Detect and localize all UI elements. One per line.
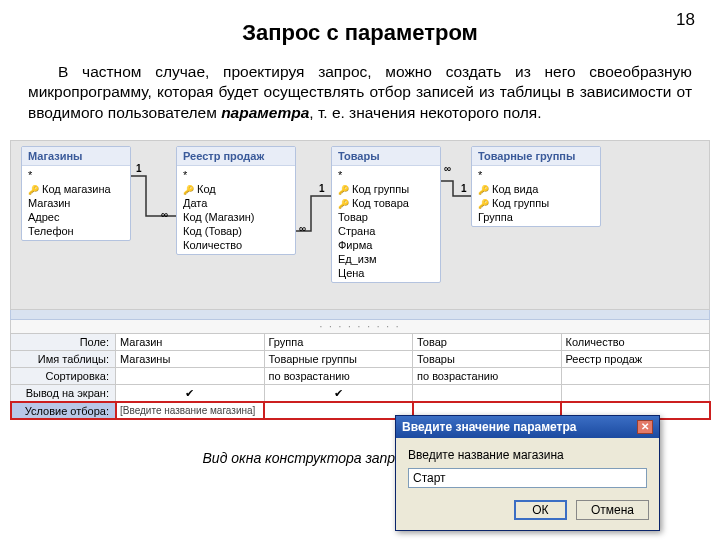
rel-many: ∞: [444, 163, 451, 174]
grid-show-checkbox[interactable]: [413, 384, 562, 402]
grid-label-sort: Сортировка:: [11, 367, 116, 384]
rel-one: 1: [319, 183, 325, 194]
rel-one: 1: [461, 183, 467, 194]
grid-cell[interactable]: Товары: [413, 350, 562, 367]
grid-cell[interactable]: Магазины: [116, 350, 265, 367]
table-title: Товары: [332, 147, 440, 166]
checkmark-icon: [120, 387, 260, 399]
field-key[interactable]: Код вида: [472, 182, 600, 196]
table-sales[interactable]: Реестр продаж * Код Дата Код (Магазин) К…: [176, 146, 296, 255]
grid-cell[interactable]: [561, 367, 710, 384]
grid-criteria-cell[interactable]: [Введите название магазина]: [116, 402, 265, 419]
field[interactable]: Дата: [177, 196, 295, 210]
para-tail: , т. е. значения некоторого поля.: [309, 104, 541, 121]
scrollbar-horizontal[interactable]: [10, 310, 710, 320]
ok-button[interactable]: ОК: [514, 500, 566, 520]
parameter-dialog: Введите значение параметра ✕ Введите наз…: [395, 415, 660, 531]
table-title: Реестр продаж: [177, 147, 295, 166]
field[interactable]: Код (Товар): [177, 224, 295, 238]
field[interactable]: Адрес: [22, 210, 130, 224]
parameter-input[interactable]: [408, 468, 647, 488]
cancel-button[interactable]: Отмена: [576, 500, 649, 520]
query-grid-area: · · · · · · · · · Поле: Магазин Группа Т…: [10, 310, 710, 420]
grid-label-criteria: Условие отбора:: [11, 402, 116, 419]
dialog-title: Введите значение параметра: [402, 420, 577, 434]
grid-cell[interactable]: по возрастанию: [264, 367, 413, 384]
grid-cell[interactable]: по возрастанию: [413, 367, 562, 384]
checkmark-icon: [269, 387, 409, 399]
field-key[interactable]: Код группы: [472, 196, 600, 210]
field[interactable]: Группа: [472, 210, 600, 224]
field[interactable]: Код (Магазин): [177, 210, 295, 224]
field[interactable]: Страна: [332, 224, 440, 238]
grid-cell[interactable]: [116, 367, 265, 384]
close-button[interactable]: ✕: [637, 420, 653, 434]
grid-label-show: Вывод на экран:: [11, 384, 116, 402]
field-star[interactable]: *: [177, 168, 295, 182]
table-title: Товарные группы: [472, 147, 600, 166]
page-number: 18: [676, 10, 695, 30]
field-key[interactable]: Код: [177, 182, 295, 196]
query-design-grid: Поле: Магазин Группа Товар Количество Им…: [10, 333, 710, 420]
splitter-handle[interactable]: · · · · · · · · ·: [10, 320, 710, 333]
table-groups[interactable]: Товарные группы * Код вида Код группы Гр…: [471, 146, 601, 227]
grid-cell[interactable]: Группа: [264, 333, 413, 350]
grid-cell[interactable]: Реестр продаж: [561, 350, 710, 367]
rel-many: ∞: [161, 209, 168, 220]
field[interactable]: Цена: [332, 266, 440, 280]
field[interactable]: Ед_изм: [332, 252, 440, 266]
field-star[interactable]: *: [332, 168, 440, 182]
grid-cell[interactable]: Товарные группы: [264, 350, 413, 367]
field-star[interactable]: *: [22, 168, 130, 182]
table-goods[interactable]: Товары * Код группы Код товара Товар Стр…: [331, 146, 441, 283]
field[interactable]: Фирма: [332, 238, 440, 252]
field[interactable]: Телефон: [22, 224, 130, 238]
dialog-titlebar[interactable]: Введите значение параметра ✕: [396, 416, 659, 438]
field-key[interactable]: Код группы: [332, 182, 440, 196]
dialog-prompt-label: Введите название магазина: [408, 448, 647, 462]
grid-cell[interactable]: Магазин: [116, 333, 265, 350]
query-designer-tables-pane: Магазины * Код магазина Магазин Адрес Те…: [10, 140, 710, 310]
grid-criteria-cell[interactable]: [264, 402, 413, 419]
grid-show-checkbox[interactable]: [264, 384, 413, 402]
field[interactable]: Товар: [332, 210, 440, 224]
field-key[interactable]: Код магазина: [22, 182, 130, 196]
field[interactable]: Количество: [177, 238, 295, 252]
table-shops[interactable]: Магазины * Код магазина Магазин Адрес Те…: [21, 146, 131, 241]
grid-label-table: Имя таблицы:: [11, 350, 116, 367]
field-key[interactable]: Код товара: [332, 196, 440, 210]
grid-cell[interactable]: Товар: [413, 333, 562, 350]
field[interactable]: Магазин: [22, 196, 130, 210]
grid-cell[interactable]: Количество: [561, 333, 710, 350]
table-title: Магазины: [22, 147, 130, 166]
grid-show-checkbox[interactable]: [116, 384, 265, 402]
grid-show-checkbox[interactable]: [561, 384, 710, 402]
rel-many: ∞: [299, 223, 306, 234]
page-title: Запрос с параметром: [0, 20, 720, 46]
param-word: параметра: [221, 104, 309, 121]
field-star[interactable]: *: [472, 168, 600, 182]
rel-one: 1: [136, 163, 142, 174]
intro-paragraph: В частном случае, проектируя запрос, мож…: [0, 62, 720, 125]
grid-label-field: Поле:: [11, 333, 116, 350]
